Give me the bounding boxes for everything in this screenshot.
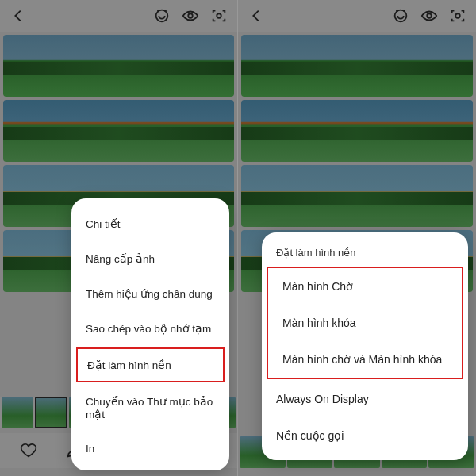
context-menu: Chi tiết Nâng cấp ảnh Thêm hiệu ứng chân… (71, 198, 229, 470)
wallpaper-sheet: Đặt làm hình nền Màn hình Chờ Màn hình k… (262, 232, 468, 460)
highlighted-options: Màn hình Chờ Màn hình khóa Màn hình chờ … (267, 267, 463, 379)
photo-thumbnail[interactable] (241, 35, 473, 97)
photo-thumbnail[interactable] (241, 100, 473, 162)
menu-item-secure-folder[interactable]: Chuyển vào Thư mục bảo mật (71, 384, 229, 432)
svg-point-0 (156, 10, 168, 22)
menu-item-print[interactable]: In (71, 432, 229, 466)
phone-right: Đặt làm hình nền Màn hình Chờ Màn hình k… (238, 0, 476, 476)
back-icon[interactable] (10, 7, 27, 25)
back-icon[interactable] (248, 7, 265, 25)
svg-point-11 (455, 13, 460, 18)
photo-thumbnail[interactable] (3, 35, 234, 97)
phone-left: Chi tiết Nâng cấp ảnh Thêm hiệu ứng chân… (0, 0, 238, 476)
svg-point-2 (217, 13, 221, 18)
favorite-icon[interactable] (20, 442, 37, 459)
sheet-title: Đặt làm hình nền (262, 237, 468, 265)
bixby-vision-icon[interactable] (449, 7, 466, 25)
photo-thumbnail[interactable] (241, 165, 473, 227)
eye-icon[interactable] (420, 7, 438, 25)
thumb[interactable] (2, 397, 33, 428)
menu-item-copy[interactable]: Sao chép vào bộ nhớ tạm (71, 311, 229, 346)
topbar (0, 0, 237, 32)
remaster-icon[interactable] (153, 7, 171, 25)
option-home-screen[interactable]: Màn hình Chờ (268, 268, 462, 305)
screenshot-pair: Chi tiết Nâng cấp ảnh Thêm hiệu ứng chân… (0, 0, 476, 476)
menu-item-portrait[interactable]: Thêm hiệu ứng chân dung (71, 276, 229, 311)
eye-icon[interactable] (182, 7, 199, 25)
thumb[interactable] (35, 397, 67, 428)
menu-item-details[interactable]: Chi tiết (71, 206, 229, 241)
svg-point-10 (427, 13, 432, 18)
menu-item-set-wallpaper[interactable]: Đặt làm hình nền (76, 347, 225, 382)
topbar (238, 0, 476, 32)
svg-point-1 (188, 13, 193, 18)
menu-item-enhance[interactable]: Nâng cấp ảnh (71, 241, 229, 276)
option-always-on-display[interactable]: Always On Display (262, 381, 468, 417)
option-home-and-lock[interactable]: Màn hình chờ và Màn hình khóa (268, 341, 462, 378)
option-lock-screen[interactable]: Màn hình khóa (268, 305, 462, 341)
option-call-background[interactable]: Nền cuộc gọi (262, 417, 468, 454)
photo-thumbnail[interactable] (3, 100, 234, 162)
remaster-icon[interactable] (392, 7, 409, 25)
bixby-vision-icon[interactable] (210, 7, 228, 25)
svg-point-9 (395, 10, 407, 22)
